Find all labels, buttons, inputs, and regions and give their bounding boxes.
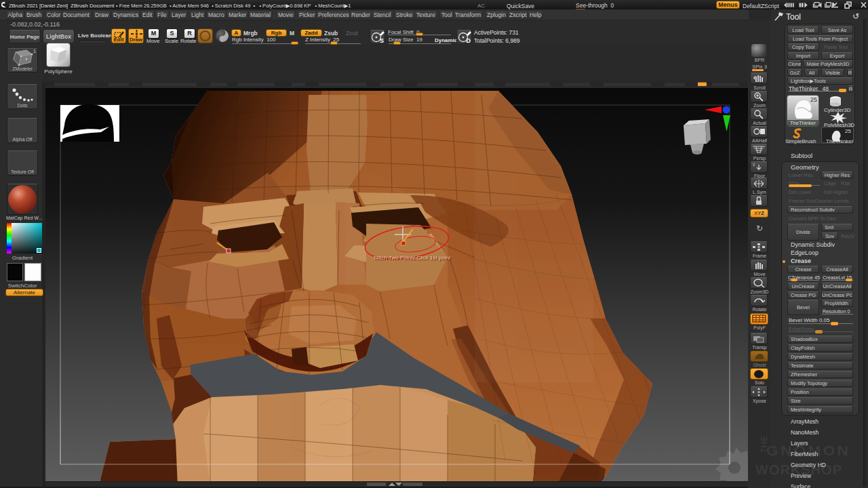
svg-text:S: S (380, 37, 384, 44)
svg-text:Stitch Two Points:Click 1st po: Stitch Two Points:Click 1st point (374, 255, 451, 261)
svg-text:≡: ≡ (753, 163, 755, 167)
svg-text:D: D (467, 37, 471, 44)
